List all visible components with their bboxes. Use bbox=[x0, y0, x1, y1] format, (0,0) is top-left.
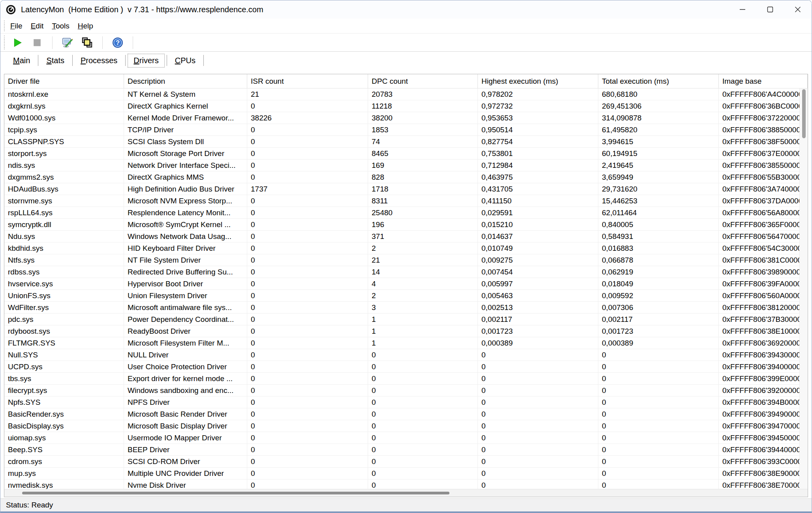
table-cell: Export driver for kernel mode ... bbox=[124, 373, 247, 385]
tab-cpus[interactable]: CPUs bbox=[169, 54, 201, 68]
table-cell: BasicRender.sys bbox=[4, 408, 124, 420]
table-cell: Usermode IO Mapper Driver bbox=[124, 432, 247, 444]
window-controls bbox=[729, 0, 812, 19]
table-row[interactable]: rspLLL64.sysResplendence Latency Monit..… bbox=[4, 207, 808, 219]
table-row[interactable]: kbdhid.sysHID Keyboard Filter Driver020,… bbox=[4, 242, 808, 254]
table-row[interactable]: Null.SYSNULL Driver00000xFFFFF806'394300… bbox=[4, 349, 808, 361]
menu-bar: File Edit Tools Help bbox=[0, 19, 812, 34]
table-cell: 0xFFFFF806'37B30000 bbox=[719, 314, 808, 325]
table-cell: 0,005463 bbox=[478, 290, 598, 302]
app-icon bbox=[6, 4, 16, 15]
column-header[interactable]: DPC count bbox=[368, 74, 478, 88]
horizontal-scrollbar[interactable] bbox=[4, 489, 808, 497]
table-row[interactable]: WdFilter.sysMicrosoft antimalware file s… bbox=[4, 302, 808, 314]
options-button[interactable] bbox=[61, 36, 74, 49]
table-row[interactable]: pdc.sysPower Dependency Coordinat...010,… bbox=[4, 314, 808, 325]
table-cell: 0,001723 bbox=[598, 325, 719, 337]
table-row[interactable]: Ntfs.sysNT File System Driver0210,009275… bbox=[4, 254, 808, 266]
horizontal-scrollbar-thumb[interactable] bbox=[22, 492, 449, 494]
status-text: Status: Ready bbox=[6, 501, 53, 509]
tab-drivers[interactable]: Drivers bbox=[128, 54, 164, 68]
table-cell: kbdhid.sys bbox=[4, 242, 124, 254]
table-cell: 38226 bbox=[247, 112, 368, 124]
table-row[interactable]: HDAudBus.sysHigh Definition Audio Bus Dr… bbox=[4, 183, 808, 195]
table-row[interactable]: symcryptk.dllMicrosoft® SymCrypt Kernel … bbox=[4, 219, 808, 231]
maximize-button[interactable] bbox=[756, 0, 784, 19]
table-row[interactable]: ntoskrnl.exeNT Kernel & System21207830,9… bbox=[4, 88, 808, 100]
help-button[interactable]: ? bbox=[111, 36, 124, 49]
table-row[interactable]: Ndu.sysWindows Network Data Usag...03710… bbox=[4, 231, 808, 242]
table-cell: 74 bbox=[368, 136, 478, 148]
tab-processes[interactable]: Processes bbox=[75, 54, 123, 68]
menu-tools[interactable]: Tools bbox=[51, 21, 70, 31]
table-cell: 0 bbox=[247, 385, 368, 396]
table-cell: 0 bbox=[478, 420, 598, 432]
table-row[interactable]: UnionFS.sysUnion Filesystem Driver020,00… bbox=[4, 290, 808, 302]
column-header[interactable]: Total execution (ms) bbox=[598, 74, 719, 88]
toolbar: ? bbox=[0, 34, 812, 52]
table-row[interactable]: stornvme.sysMicrosoft NVM Express Storp.… bbox=[4, 195, 808, 207]
menu-help[interactable]: Help bbox=[77, 21, 94, 31]
table-row[interactable]: cdrom.sysSCSI CD-ROM Driver00000xFFFFF80… bbox=[4, 456, 808, 468]
column-header[interactable]: Image base bbox=[719, 74, 808, 88]
table-cell: tcpip.sys bbox=[4, 124, 124, 136]
table-cell: 0 bbox=[368, 432, 478, 444]
table-row[interactable]: Beep.SYSBEEP Driver00000xFFFFF806'394400… bbox=[4, 444, 808, 456]
table-cell: NT File System Driver bbox=[124, 254, 247, 266]
tab-separator bbox=[203, 55, 204, 66]
start-monitor-button[interactable] bbox=[11, 36, 24, 49]
table-cell: 2 bbox=[368, 290, 478, 302]
table-row[interactable]: hvservice.sysHypervisor Boot Driver040,0… bbox=[4, 278, 808, 290]
table-cell: 1 bbox=[368, 337, 478, 349]
table-row[interactable]: CLASSPNP.SYSSCSI Class System Dll0740,82… bbox=[4, 136, 808, 148]
table-row[interactable]: rdyboost.sysReadyBoost Driver010,0017230… bbox=[4, 325, 808, 337]
table-row[interactable]: FLTMGR.SYSMicrosoft Filesystem Filter M.… bbox=[4, 337, 808, 349]
table-cell: FLTMGR.SYS bbox=[4, 337, 124, 349]
column-header[interactable]: Highest execution (ms) bbox=[478, 74, 598, 88]
table-row[interactable]: rdbss.sysRedirected Drive Buffering Su..… bbox=[4, 266, 808, 278]
table-row[interactable]: mup.sysMultiple UNC Provider Driver00000… bbox=[4, 468, 808, 479]
table-row[interactable]: UCPD.sysUser Choice Protection Driver000… bbox=[4, 361, 808, 373]
column-header[interactable]: Description bbox=[124, 74, 247, 88]
table-row[interactable]: tbs.sysExport driver for kernel mode ...… bbox=[4, 373, 808, 385]
table-row[interactable]: BasicRender.sysMicrosoft Basic Render Dr… bbox=[4, 408, 808, 420]
close-button[interactable] bbox=[784, 0, 812, 19]
table-row[interactable]: tcpip.sysTCP/IP Driver018530,95051461,49… bbox=[4, 124, 808, 136]
table-cell: Redirected Drive Buffering Su... bbox=[124, 266, 247, 278]
table-row[interactable]: nvmedisk.sysNvme Disk Driver00000xFFFFF8… bbox=[4, 479, 808, 490]
table-cell: 60,194915 bbox=[598, 148, 719, 160]
vertical-scrollbar[interactable] bbox=[799, 88, 808, 489]
minimize-button[interactable] bbox=[729, 0, 756, 19]
table-row[interactable]: ndis.sysNetwork Driver Interface Speci..… bbox=[4, 160, 808, 171]
tab-bar: Main Stats Processes Drivers CPUs bbox=[0, 52, 812, 69]
table-row[interactable]: dxgmms2.sysDirectX Graphics MMS08280,463… bbox=[4, 171, 808, 183]
tab-stats[interactable]: Stats bbox=[40, 54, 70, 68]
column-header[interactable]: ISR count bbox=[247, 74, 368, 88]
table-cell: 3 bbox=[368, 302, 478, 314]
table-row[interactable]: Npfs.SYSNPFS Driver00000xFFFFF806'394B00… bbox=[4, 396, 808, 408]
table-row[interactable]: Wdf01000.sysKernel Mode Driver Framewor.… bbox=[4, 112, 808, 124]
table-row[interactable]: storport.sysMicrosoft Storage Port Drive… bbox=[4, 148, 808, 160]
vertical-scrollbar-thumb[interactable] bbox=[802, 89, 806, 138]
stop-monitor-button[interactable] bbox=[30, 36, 44, 49]
table-cell: User Choice Protection Driver bbox=[124, 361, 247, 373]
table-row[interactable]: dxgkrnl.sysDirectX Graphics Kernel011218… bbox=[4, 100, 808, 112]
table-cell: WdFilter.sys bbox=[4, 302, 124, 314]
menu-edit[interactable]: Edit bbox=[30, 21, 45, 31]
menu-file[interactable]: File bbox=[9, 21, 24, 31]
column-header[interactable]: Driver file bbox=[4, 74, 124, 88]
table-cell: 14 bbox=[368, 266, 478, 278]
table-cell: Ntfs.sys bbox=[4, 254, 124, 266]
table-cell: UCPD.sys bbox=[4, 361, 124, 373]
table-cell: 0 bbox=[478, 349, 598, 361]
table-cell: 0xFFFFF806'38E70000 bbox=[719, 479, 808, 490]
table-cell: 0 bbox=[598, 468, 719, 479]
table-row[interactable]: filecrypt.sysWindows sandboxing and enc.… bbox=[4, 385, 808, 396]
options-icon bbox=[62, 37, 73, 49]
tab-main[interactable]: Main bbox=[7, 54, 36, 68]
table-cell: 0 bbox=[247, 468, 368, 479]
report-button[interactable] bbox=[81, 36, 94, 49]
table-row[interactable]: BasicDisplay.sysMicrosoft Basic Display … bbox=[4, 420, 808, 432]
table-row[interactable]: uiomap.sysUsermode IO Mapper Driver00000… bbox=[4, 432, 808, 444]
table-cell: 371 bbox=[368, 231, 478, 242]
